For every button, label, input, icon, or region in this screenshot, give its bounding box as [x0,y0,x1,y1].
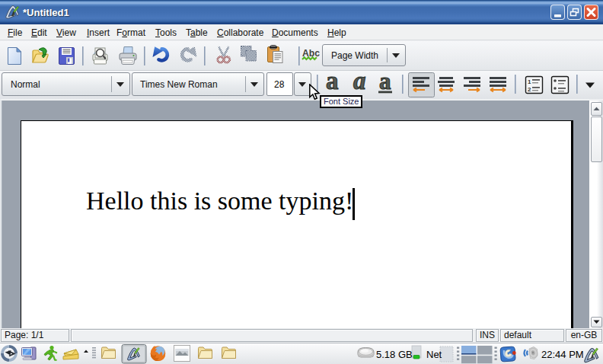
svg-text:2: 2 [528,86,531,93]
svg-text:a: a [379,71,391,94]
svg-text:a: a [326,71,339,94]
svg-text:1: 1 [528,78,531,85]
svg-text:a: a [353,71,366,94]
